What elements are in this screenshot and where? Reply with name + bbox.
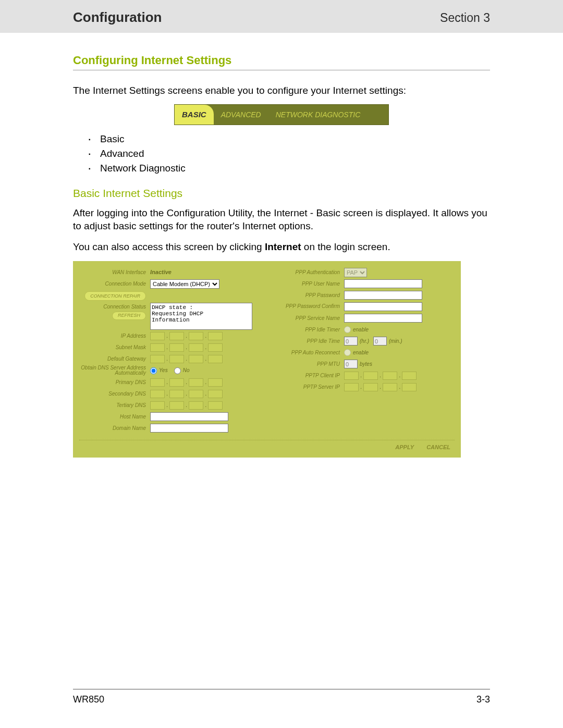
default-gateway-input[interactable]: ...	[150, 355, 223, 363]
ppp-pass-confirm-label: PPP Password Confirm	[273, 304, 344, 310]
ppp-user-label: PPP User Name	[273, 281, 344, 287]
ppp-auto-reconnect-radio[interactable]	[344, 349, 351, 356]
host-name-input[interactable]	[150, 412, 228, 421]
footer-page: 3-3	[476, 694, 490, 705]
ppp-service-input[interactable]	[344, 314, 422, 323]
bullet-list: Basic Advanced Network Diagnostic	[73, 132, 490, 175]
connection-status-box[interactable]: DHCP state : Requesting DHCP Information	[150, 303, 252, 330]
default-gateway-label: Default Gateway	[79, 356, 150, 362]
ppp-idle-timer-radio[interactable]	[344, 326, 351, 333]
primary-dns-label: Primary DNS	[79, 379, 150, 385]
primary-dns-input[interactable]: ...	[150, 378, 223, 387]
header-section: Section 3	[440, 11, 490, 25]
ip-address-label: IP Address	[79, 333, 150, 339]
secondary-dns-input[interactable]: ...	[150, 390, 223, 398]
ppp-mtu-input[interactable]	[344, 360, 358, 368]
subsection-heading: Basic Internet Settings	[73, 186, 490, 201]
connection-repair-button[interactable]: CONNECTION REPAIR	[84, 291, 146, 301]
wan-interface-value: Inactive	[150, 269, 172, 275]
right-column: PPP Authentication PAP PPP User Name PPP…	[273, 266, 455, 435]
domain-name-input[interactable]	[150, 424, 228, 433]
paragraph-1: After logging into the Configuration Uti…	[73, 206, 490, 233]
domain-name-label: Domain Name	[79, 425, 150, 431]
ppp-pass-label: PPP Password	[273, 292, 344, 298]
cancel-button[interactable]: CANCEL	[426, 443, 450, 451]
intro-text: The Internet Settings screens enable you…	[73, 84, 490, 97]
pptp-client-input[interactable]: ...	[344, 372, 417, 380]
ppp-user-input[interactable]	[344, 279, 422, 288]
ppp-auth-label: PPP Authentication	[273, 269, 344, 275]
ppp-idle-hr-input[interactable]	[344, 337, 358, 346]
ppp-pass-input[interactable]	[344, 291, 422, 300]
tertiary-dns-label: Tertiary DNS	[79, 402, 150, 408]
page-footer: WR850 3-3	[73, 694, 490, 705]
connection-status-label: Connection Status	[103, 304, 146, 310]
section-heading: Configuring Internet Settings	[73, 53, 490, 70]
wan-interface-label: WAN Interface	[79, 269, 150, 275]
ppp-idle-time-label: PPP Idle Time	[273, 338, 344, 344]
obtain-dns-yes-radio[interactable]	[150, 367, 157, 374]
apply-button[interactable]: APPLY	[395, 443, 414, 451]
refresh-button[interactable]: REFRESH	[112, 312, 146, 320]
tab-advanced[interactable]: ADVANCED	[214, 105, 268, 125]
ppp-service-label: PPP Service Name	[273, 315, 344, 321]
host-name-label: Host Name	[79, 414, 150, 419]
bullet-item: Basic	[89, 132, 490, 146]
tab-basic[interactable]: BASIC	[175, 105, 214, 125]
secondary-dns-label: Secondary DNS	[79, 391, 150, 397]
tertiary-dns-input[interactable]: ...	[150, 401, 223, 410]
ppp-pass-confirm-input[interactable]	[344, 302, 422, 311]
bullet-item: Network Diagnostic	[89, 162, 490, 175]
ppp-idle-timer-label: PPP Idle Timer	[273, 327, 344, 332]
left-column: WAN Interface Inactive Connection Mode C…	[79, 266, 261, 435]
pptp-server-input[interactable]: ...	[344, 383, 417, 391]
pptp-client-label: PPTP Client IP	[273, 373, 344, 378]
ppp-auth-select[interactable]: PAP	[344, 268, 367, 277]
tab-diagnostic[interactable]: NETWORK DIAGNOSTIC	[268, 105, 368, 125]
connection-mode-label: Connection Mode	[79, 281, 150, 287]
obtain-dns-label: Obtain DNS Server Address Automatically	[79, 365, 150, 376]
pptp-server-label: PPTP Server IP	[273, 384, 344, 390]
paragraph-2: You can also access this screen by click…	[73, 240, 490, 254]
connection-mode-select[interactable]: Cable Modem (DHCP)	[150, 279, 219, 289]
settings-panel: WAN Interface Inactive Connection Mode C…	[73, 261, 461, 458]
footer-model: WR850	[73, 694, 104, 705]
obtain-dns-no-radio[interactable]	[174, 367, 181, 374]
header-title: Configuration	[73, 9, 162, 26]
ppp-idle-min-input[interactable]	[373, 337, 387, 346]
subnet-mask-label: Subnet Mask	[79, 344, 150, 350]
ip-address-input[interactable]: ...	[150, 332, 223, 340]
tab-strip: BASIC ADVANCED NETWORK DIAGNOSTIC	[174, 104, 389, 125]
ppp-auto-reconnect-label: PPP Auto Reconnect	[273, 350, 344, 355]
subnet-mask-input[interactable]: ...	[150, 343, 223, 352]
page-header: Configuration Section 3	[0, 0, 563, 33]
bullet-item: Advanced	[89, 147, 490, 161]
ppp-mtu-label: PPP MTU	[273, 361, 344, 367]
